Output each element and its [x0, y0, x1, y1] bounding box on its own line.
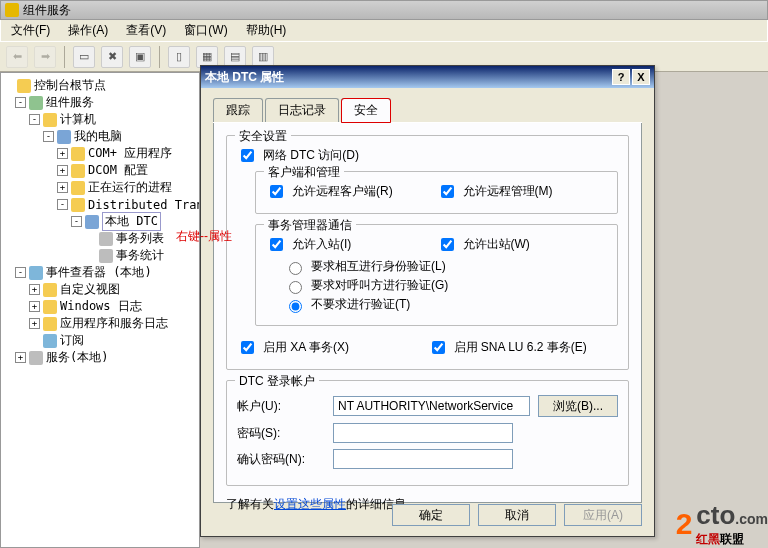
expander-icon[interactable]: - — [15, 267, 26, 278]
tree-subs[interactable]: 订阅 — [60, 332, 84, 349]
tree-com-plus[interactable]: COM+ 应用程序 — [88, 145, 172, 162]
stats-icon — [99, 249, 113, 263]
dialog-titlebar[interactable]: 本地 DTC 属性 ? X — [201, 66, 654, 88]
network-dtc-checkbox[interactable] — [241, 149, 254, 162]
menu-help[interactable]: 帮助(H) — [240, 20, 293, 41]
confirm-password-label: 确认密码(N): — [237, 451, 325, 468]
mutual-auth-label: 要求相互进行身份验证(L) — [311, 258, 446, 275]
allow-inbound-checkbox[interactable] — [270, 238, 283, 251]
tab-panel-security: 安全设置 网络 DTC 访问(D) 客户端和管理 允许远程客户端(R) — [213, 123, 642, 503]
tab-trace[interactable]: 跟踪 — [213, 98, 263, 122]
expander-icon[interactable]: + — [57, 182, 68, 193]
password-input[interactable] — [333, 423, 513, 443]
cancel-button[interactable]: 取消 — [478, 504, 556, 526]
folder-icon — [43, 113, 57, 127]
tree-win-log[interactable]: Windows 日志 — [60, 298, 142, 315]
allow-inbound-label: 允许入站(I) — [292, 236, 351, 253]
folder-icon — [17, 79, 31, 93]
expander-icon[interactable]: + — [57, 165, 68, 176]
window-titlebar: 组件服务 — [0, 0, 768, 20]
toolbar-btn-1[interactable]: ▭ — [73, 46, 95, 68]
no-auth-radio[interactable] — [289, 300, 302, 313]
allow-outbound-label: 允许出站(W) — [463, 236, 530, 253]
services-icon — [29, 351, 43, 365]
computer-icon — [57, 130, 71, 144]
expander-icon[interactable]: - — [57, 199, 68, 210]
menubar: 文件(F) 操作(A) 查看(V) 窗口(W) 帮助(H) — [0, 20, 768, 42]
tree-dist-tran[interactable]: Distributed Tran — [88, 198, 200, 212]
folder-icon — [43, 283, 57, 297]
ok-button[interactable]: 确定 — [392, 504, 470, 526]
tree-custom-views[interactable]: 自定义视图 — [60, 281, 120, 298]
tree-root[interactable]: 控制台根节点 — [34, 77, 106, 94]
enable-sna-checkbox[interactable] — [432, 341, 445, 354]
toolbar-btn-2[interactable]: ✖ — [101, 46, 123, 68]
tree-local-dtc[interactable]: 本地 DTC — [102, 212, 161, 231]
browse-button[interactable]: 浏览(B)... — [538, 395, 618, 417]
eventviewer-icon — [29, 266, 43, 280]
menu-file[interactable]: 文件(F) — [5, 20, 56, 41]
no-auth-label: 不要求进行验证(T) — [311, 296, 410, 313]
folder-icon — [71, 198, 85, 212]
tree-app-svc-log[interactable]: 应用程序和服务日志 — [60, 315, 168, 332]
allow-remote-admin-label: 允许远程管理(M) — [463, 183, 553, 200]
tab-log[interactable]: 日志记录 — [265, 98, 339, 122]
app-icon — [5, 3, 19, 17]
tree-dcom[interactable]: DCOM 配置 — [88, 162, 148, 179]
watermark-cto: cto.com — [696, 500, 768, 530]
txn-mgr-comm-group: 事务管理器通信 允许入站(I) 允许出站(W) — [255, 224, 618, 326]
tree-computers[interactable]: 计算机 — [60, 111, 96, 128]
toolbar-btn-4[interactable]: ▯ — [168, 46, 190, 68]
tree-running[interactable]: 正在运行的进程 — [88, 179, 172, 196]
tree-my-pc[interactable]: 我的电脑 — [74, 128, 122, 145]
dialog-title: 本地 DTC 属性 — [205, 69, 284, 86]
tab-security[interactable]: 安全 — [341, 98, 391, 123]
group-title: 事务管理器通信 — [264, 217, 356, 234]
expander-icon[interactable]: + — [15, 352, 26, 363]
close-button[interactable]: X — [632, 69, 650, 85]
allow-remote-client-checkbox[interactable] — [270, 185, 283, 198]
expander-icon[interactable]: + — [57, 148, 68, 159]
enable-xa-checkbox[interactable] — [241, 341, 254, 354]
apply-button[interactable]: 应用(A) — [564, 504, 642, 526]
folder-icon — [71, 181, 85, 195]
list-icon — [99, 232, 113, 246]
info-link[interactable]: 设置这些属性 — [274, 497, 346, 511]
group-title: 安全设置 — [235, 128, 291, 145]
folder-icon — [71, 147, 85, 161]
expander-icon[interactable]: - — [15, 97, 26, 108]
menu-window[interactable]: 窗口(W) — [178, 20, 233, 41]
component-services-icon — [29, 96, 43, 110]
account-label: 帐户(U): — [237, 398, 325, 415]
nav-back-button: ⬅ — [6, 46, 28, 68]
password-label: 密码(S): — [237, 425, 325, 442]
console-tree[interactable]: 控制台根节点 - 组件服务 - 计算机 - 我的电脑 + COM+ 应用程序 +… — [0, 72, 200, 548]
expander-icon[interactable]: - — [43, 131, 54, 142]
watermark: 2 cto.com 红黑联盟 — [676, 500, 768, 548]
expander-icon[interactable]: + — [29, 301, 40, 312]
allow-remote-admin-checkbox[interactable] — [441, 185, 454, 198]
expander-icon[interactable]: - — [29, 114, 40, 125]
expander-icon[interactable]: + — [29, 284, 40, 295]
expander-icon[interactable]: + — [29, 318, 40, 329]
nav-fwd-button: ➡ — [34, 46, 56, 68]
separator — [64, 46, 65, 68]
allow-remote-client-label: 允许远程客户端(R) — [292, 183, 393, 200]
dtc-login-group: DTC 登录帐户 帐户(U): 浏览(B)... 密码(S): 确认密码(N): — [226, 380, 629, 486]
tree-txn-stats[interactable]: 事务统计 — [116, 247, 164, 264]
help-button[interactable]: ? — [612, 69, 630, 85]
menu-action[interactable]: 操作(A) — [62, 20, 114, 41]
allow-outbound-checkbox[interactable] — [441, 238, 454, 251]
tree-event-viewer[interactable]: 事件查看器 (本地) — [46, 264, 152, 281]
tree-txn-list[interactable]: 事务列表 — [116, 230, 164, 247]
network-dtc-label: 网络 DTC 访问(D) — [263, 147, 359, 164]
confirm-password-input[interactable] — [333, 449, 513, 469]
tree-services[interactable]: 服务(本地) — [46, 349, 108, 366]
caller-auth-radio[interactable] — [289, 281, 302, 294]
expander-icon[interactable]: - — [71, 216, 82, 227]
toolbar-btn-3[interactable]: ▣ — [129, 46, 151, 68]
menu-view[interactable]: 查看(V) — [120, 20, 172, 41]
mutual-auth-radio[interactable] — [289, 262, 302, 275]
tree-comp-svc[interactable]: 组件服务 — [46, 94, 94, 111]
account-input[interactable] — [333, 396, 530, 416]
